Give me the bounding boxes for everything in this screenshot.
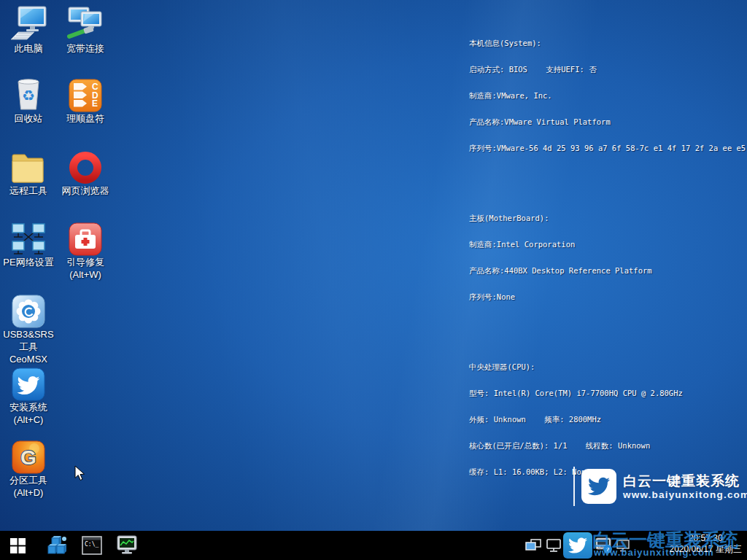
sysinfo-title: 中央处理器(CPU):: [469, 362, 745, 371]
desktop-icon-label: 引导修复: [58, 256, 113, 268]
desktop-icon-label: 此电脑: [1, 42, 56, 55]
taskbar-app-command-prompt[interactable]: C:\_: [80, 531, 104, 560]
cmd-prompt-text: C:\_: [85, 541, 98, 548]
sysinfo-section-motherboard: 主板(MotherBoard): 制造商:Intel Corporation 产…: [469, 196, 745, 319]
desktop-icon-drive-letters[interactable]: C D E 理顺盘符: [58, 74, 113, 125]
gear-flower-icon: [1, 290, 56, 328]
desktop-icon-label: 分区工具: [1, 474, 56, 486]
dual-display-icon: [525, 539, 541, 552]
sysinfo-line: 制造商:Intel Corporation: [469, 240, 745, 249]
recycle-glyph: ♻: [22, 87, 35, 104]
windows-logo-icon: [10, 538, 26, 553]
bird-icon: [568, 536, 587, 555]
watermark-bird-icon: [581, 469, 616, 504]
desktop-icon-hotkey: (Alt+C): [1, 413, 56, 426]
taskbar-app-task-monitor[interactable]: [115, 531, 139, 560]
desktop-icon-label: 安装系统: [1, 401, 56, 413]
sysinfo-line: 型号: Intel(R) Core(TM) i7-7700HQ CPU @ 2.…: [469, 389, 745, 397]
mouse-cursor: [74, 465, 85, 484]
desktop-watermark: 白云一键重装系统 www.baiyunxitong.com: [573, 467, 747, 506]
taskbar-app-baiyun[interactable]: [563, 532, 592, 559]
desktop-icon-usb3-srs[interactable]: USB3&SRS 工具CeoMSX: [1, 290, 56, 365]
tray-display-switch[interactable]: [524, 531, 543, 560]
this-pc-icon: [1, 4, 56, 42]
diskgenius-icon: G: [1, 436, 56, 474]
sysinfo-line: 序列号:None: [469, 292, 745, 301]
drive-letters-icon: C D E: [58, 74, 113, 112]
sysinfo-title: 本机信息(System):: [469, 39, 745, 47]
desktop-icon-recycle-bin[interactable]: ♻ 回收站: [1, 74, 56, 125]
partition-letter: G: [20, 446, 36, 469]
browser-o-icon: [58, 147, 113, 184]
network-display-icon: [546, 539, 562, 553]
desktop-icon-install-system[interactable]: 安装系统 (Alt+C): [1, 363, 56, 426]
sysinfo-line: 序列号:VMware-56 4d 25 93 96 a7 6f 58-7c e1…: [469, 144, 745, 152]
bird-app-icon: [1, 363, 56, 401]
recycle-bin-icon: ♻: [1, 74, 56, 112]
sysinfo-line: 外频: Unknown 频率: 2800MHz: [469, 415, 745, 424]
desktop-icon-label: 宽带连接: [58, 42, 113, 55]
desktop-icon-label: 网页浏览器: [58, 184, 113, 197]
desktop-icon-label-line2: 工具CeoMSX: [1, 341, 56, 365]
pe-desktop: 此电脑 宽带连接 ♻ 回收站: [0, 0, 747, 560]
desktop-icon-hotkey: (Alt+D): [1, 486, 56, 499]
sysinfo-line: 产品名称:440BX Desktop Reference Platform: [469, 266, 745, 275]
desktop-icon-broadband[interactable]: 宽带连接: [58, 4, 113, 55]
desktop-icon-label: 回收站: [1, 112, 56, 125]
broadband-icon: [58, 4, 113, 42]
desktop-icon-this-pc[interactable]: 此电脑: [1, 4, 56, 55]
watermark-title: 白云一键重装系统: [623, 472, 747, 489]
watermark-url: www.baiyunxitong.com: [623, 489, 747, 501]
watermark-divider: [573, 467, 575, 506]
start-button[interactable]: [6, 531, 29, 560]
command-prompt-icon: C:\_: [82, 536, 102, 555]
taskbar-watermark-title: 白云一键重装系统: [592, 528, 743, 552]
sysinfo-line: 核心数(已开启/总数): 1/1 线程数: Unknown: [469, 441, 745, 450]
desktop-icon-pe-network[interactable]: PE网络设置: [1, 218, 56, 268]
desktop-icon-partition-tool[interactable]: G 分区工具 (Alt+D): [1, 436, 56, 499]
desktop-icon-web-browser[interactable]: 网页浏览器: [58, 147, 113, 197]
sysinfo-section-system: 本机信息(System): 启动方式: BIOS 支持UEFI: 否 制造商:V…: [469, 21, 745, 170]
desktop-icon-hotkey: (Alt+W): [58, 268, 113, 281]
tray-network[interactable]: [544, 531, 563, 560]
sysinfo-line: 产品名称:VMware Virtual Platform: [469, 117, 745, 126]
network-diagram-icon: [1, 218, 56, 256]
desktop-icon-label: 理顺盘符: [58, 112, 113, 125]
desktop-icon-label: USB3&SRS: [1, 328, 56, 341]
first-aid-icon: [58, 218, 113, 256]
desktop-icon-label: PE网络设置: [1, 256, 56, 268]
taskbar-app-pe-tools[interactable]: [45, 531, 69, 560]
desktop-icon-boot-repair[interactable]: 引导修复 (Alt+W): [58, 218, 113, 281]
watermark-text: 白云一键重装系统 www.baiyunxitong.com: [623, 472, 747, 501]
sysinfo-title: 主板(MotherBoard):: [469, 214, 745, 222]
desktop-icon-remote-tools[interactable]: 远程工具: [1, 147, 56, 197]
drive-badge-e: E: [92, 98, 98, 109]
desktop-icon-label: 远程工具: [1, 184, 56, 197]
task-monitor-icon: [116, 535, 138, 556]
sysinfo-line: 启动方式: BIOS 支持UEFI: 否: [469, 65, 745, 74]
sysinfo-line: 制造商:VMware, Inc.: [469, 91, 745, 100]
folder-icon: [1, 147, 56, 184]
blue-cubes-icon: [47, 535, 67, 556]
